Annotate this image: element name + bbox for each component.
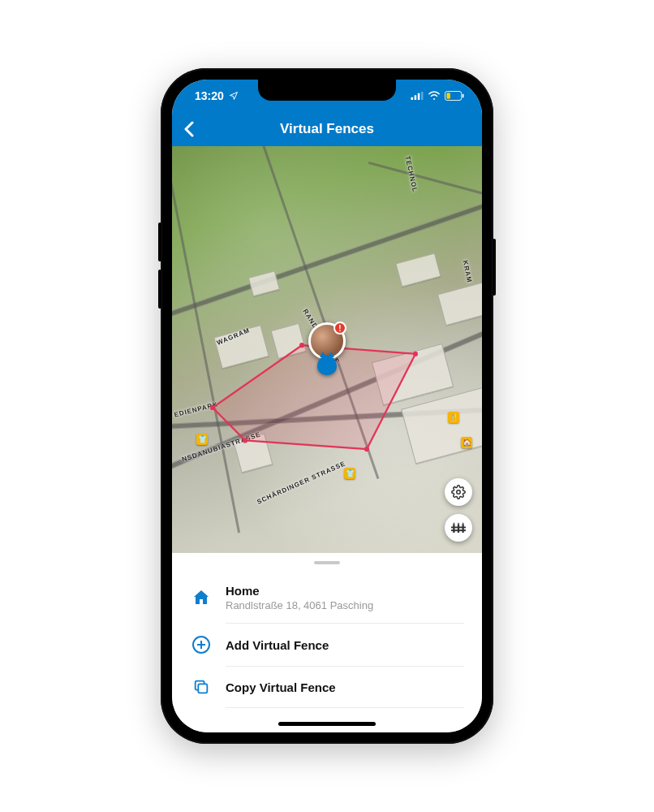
svg-rect-6 [463,94,464,98]
svg-point-4 [433,98,435,100]
fence-row-home[interactable]: Home Randlstraße 18, 4061 Pasching [172,572,482,623]
location-icon [229,91,239,101]
fence-address: Randlstraße 18, 4061 Pasching [226,599,373,611]
pet-avatar-pin[interactable]: ! [308,322,346,360]
alert-badge: ! [333,322,346,335]
map-settings-button[interactable] [445,478,472,506]
map-fence-button[interactable] [445,514,472,542]
copy-fence-row[interactable]: Copy Virtual Fence [172,667,482,707]
copy-icon [192,678,210,696]
notch [258,80,396,101]
header-bar: Virtual Fences [172,112,482,146]
svg-marker-20 [453,522,454,524]
page-title: Virtual Fences [280,121,374,137]
home-icon [191,588,211,607]
add-fence-label: Add Virtual Fence [226,638,329,652]
copy-fence-label: Copy Virtual Fence [226,680,336,694]
pet-marker-icon [317,356,337,375]
svg-rect-7 [446,93,450,98]
svg-point-14 [457,490,461,495]
svg-marker-22 [463,522,464,524]
svg-rect-1 [415,95,417,100]
fence-title: Home [226,584,373,598]
fence-icon [451,520,466,535]
svg-rect-17 [463,525,464,533]
battery-icon [445,91,464,101]
svg-rect-15 [453,525,454,533]
poi-icon: 👕 [196,434,208,445]
svg-rect-16 [458,525,459,533]
svg-marker-21 [458,522,459,524]
status-time: 13:20 [195,89,224,102]
svg-rect-19 [451,529,466,531]
poi-icon: 👕 [344,468,355,479]
divider [226,707,464,708]
poi-icon: 🏠 [461,437,472,448]
svg-rect-18 [451,527,466,529]
wifi-icon [428,91,441,101]
screen: 13:20 Virtual Fences [172,80,482,732]
add-fence-row[interactable]: Add Virtual Fence [172,624,482,666]
plus-circle-icon [191,635,211,654]
bottom-sheet[interactable]: Home Randlstraße 18, 4061 Pasching Add V… [172,553,482,732]
home-indicator[interactable] [278,722,376,726]
svg-rect-2 [418,93,420,100]
power-button [493,239,496,296]
svg-rect-3 [421,92,424,100]
back-button[interactable] [183,121,195,137]
phone-frame: 13:20 Virtual Fences [161,68,493,744]
sheet-grabber[interactable] [314,561,340,564]
map-view[interactable]: WAGRAM RANDLSTRASSE SCHÄRDINGER STRASSE … [172,146,482,553]
status-left: 13:20 [195,89,239,102]
svg-rect-0 [411,97,414,100]
poi-icon: 🍴 [448,412,459,423]
svg-rect-26 [198,684,207,693]
cellular-icon [411,92,424,100]
status-right [411,91,464,101]
gear-icon [451,485,466,499]
map-float-buttons [445,478,472,542]
chevron-left-icon [183,121,195,137]
